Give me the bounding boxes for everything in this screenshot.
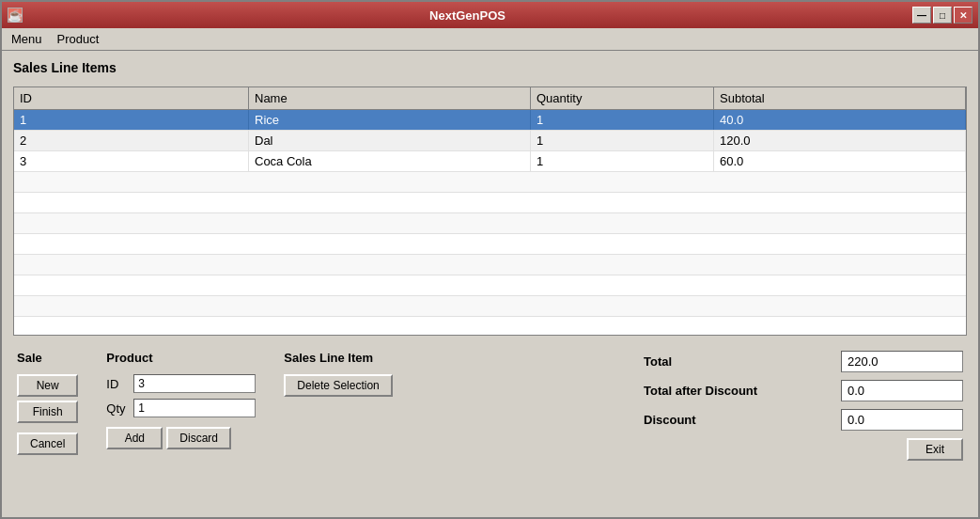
cell-quantity: 1 — [531, 151, 714, 171]
cell-id: 1 — [14, 110, 249, 130]
discount-value: 0.0 — [841, 409, 963, 431]
totals-section: Total 220.0 Total after Discount 0.0 Dis… — [644, 351, 963, 464]
exit-container: Exit — [841, 438, 963, 464]
maximize-button[interactable]: □ — [933, 7, 952, 24]
exit-button[interactable]: Exit — [907, 438, 963, 461]
col-id: ID — [14, 87, 249, 109]
new-button[interactable]: New — [17, 374, 78, 397]
id-input[interactable] — [133, 374, 256, 393]
empty-row — [14, 193, 966, 213]
empty-row — [14, 172, 966, 193]
table-row[interactable]: 3 Coca Cola 1 60.0 — [14, 151, 966, 172]
id-row: ID — [106, 374, 256, 393]
empty-row — [14, 255, 966, 275]
sale-section-title: Sale — [17, 351, 78, 365]
menu-bar: Menu Product — [2, 28, 978, 51]
menu-item-product[interactable]: Product — [52, 30, 105, 48]
delete-selection-button[interactable]: Delete Selection — [284, 374, 392, 397]
table-body[interactable]: 1 Rice 1 40.0 2 Dal 1 120.0 3 Coca Cola … — [14, 110, 966, 335]
cancel-button[interactable]: Cancel — [17, 432, 78, 455]
sales-line-item-section: Sales Line Item Delete Selection — [284, 351, 392, 397]
finish-button[interactable]: Finish — [17, 401, 78, 423]
empty-row — [14, 213, 966, 234]
qty-row: Qty — [106, 399, 256, 417]
qty-label: Qty — [106, 401, 130, 416]
cell-name: Dal — [249, 131, 531, 150]
cell-name: Rice — [249, 110, 531, 130]
id-label: ID — [106, 377, 130, 391]
bottom-panel: Sale New Finish Cancel Product ID Qty — [13, 343, 967, 508]
empty-row — [14, 275, 966, 296]
table-header: ID Name Quantity Subtotal — [14, 87, 966, 110]
minimize-button[interactable]: — — [912, 7, 931, 24]
cell-subtotal: 120.0 — [714, 131, 966, 150]
col-quantity: Quantity — [531, 87, 714, 109]
sale-buttons: New Finish — [17, 374, 78, 423]
add-button[interactable]: Add — [106, 427, 163, 449]
sales-line-item-title: Sales Line Item — [284, 351, 392, 365]
table-row[interactable]: 1 Rice 1 40.0 — [14, 110, 966, 131]
cell-quantity: 1 — [531, 110, 714, 130]
discard-button[interactable]: Discard — [166, 427, 231, 449]
product-section: Product ID Qty Add Discard — [106, 351, 256, 449]
empty-row — [14, 296, 966, 317]
window-controls: — □ ✕ — [912, 7, 972, 24]
qty-input[interactable] — [133, 399, 256, 417]
total-after-discount-value: 0.0 — [841, 380, 963, 401]
cell-name: Coca Cola — [249, 151, 531, 171]
window-title: NextGenPOS — [23, 8, 912, 23]
cell-subtotal: 40.0 — [714, 110, 966, 130]
menu-item-menu[interactable]: Menu — [6, 30, 48, 48]
total-label: Total — [644, 354, 832, 369]
section-title: Sales Line Items — [13, 60, 967, 75]
discount-label: Discount — [644, 413, 832, 427]
sale-section: Sale New Finish Cancel — [17, 351, 78, 455]
cell-id: 2 — [14, 131, 249, 150]
product-section-title: Product — [106, 351, 256, 365]
table-row[interactable]: 2 Dal 1 120.0 — [14, 131, 966, 151]
title-bar: ☕ NextGenPOS — □ ✕ — [2, 2, 978, 28]
cell-subtotal: 60.0 — [714, 151, 966, 171]
main-content: Sales Line Items ID Name Quantity Subtot… — [2, 51, 978, 517]
product-actions: Add Discard — [106, 427, 256, 449]
app-icon: ☕ — [8, 8, 23, 23]
cell-quantity: 1 — [531, 131, 714, 150]
sales-table: ID Name Quantity Subtotal 1 Rice 1 40.0 … — [13, 86, 967, 336]
total-after-discount-label: Total after Discount — [644, 384, 832, 398]
cell-id: 3 — [14, 151, 249, 171]
main-window: ☕ NextGenPOS — □ ✕ Menu Product Sales Li… — [0, 0, 980, 519]
empty-row — [14, 234, 966, 255]
close-button[interactable]: ✕ — [954, 7, 972, 24]
total-value: 220.0 — [841, 351, 963, 372]
col-name: Name — [249, 87, 531, 109]
col-subtotal: Subtotal — [714, 87, 966, 109]
